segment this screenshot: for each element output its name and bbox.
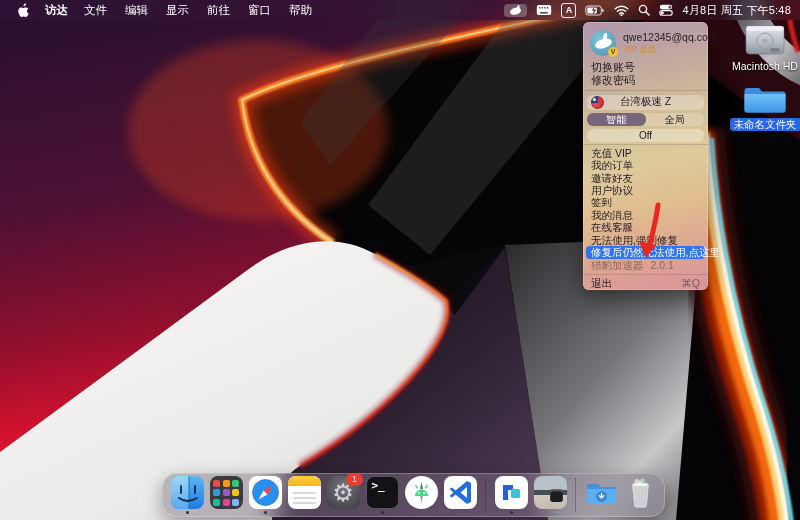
app-version: 2.0.1 bbox=[651, 259, 674, 272]
dock-notes[interactable] bbox=[287, 476, 321, 514]
running-indicator bbox=[186, 511, 189, 514]
search-icon[interactable] bbox=[638, 4, 650, 16]
account-row[interactable]: V qwe12345@qq.com VIP 会员 bbox=[583, 26, 708, 61]
separator bbox=[583, 144, 708, 145]
quit-label: 退出 bbox=[591, 277, 612, 290]
dock-launchpad[interactable] bbox=[209, 476, 243, 514]
menu-view[interactable]: 显示 bbox=[157, 0, 198, 20]
separator bbox=[583, 274, 708, 275]
magnifier-glyph bbox=[638, 4, 650, 16]
vip-badge: VIP 会员 bbox=[623, 44, 717, 55]
vip-avatar-badge: V bbox=[608, 47, 618, 57]
desktop-icon-untitled-folder[interactable]: 未命名文件夹 bbox=[727, 80, 800, 131]
menu-item-change-password[interactable]: 修改密码 bbox=[583, 74, 708, 88]
wifi-icon[interactable] bbox=[614, 5, 629, 16]
server-selector[interactable]: 台湾极速 Z bbox=[587, 95, 704, 110]
menu-edit[interactable]: 编辑 bbox=[116, 0, 157, 20]
dock-android-studio[interactable] bbox=[404, 476, 438, 514]
menu-item-quit[interactable]: 退出 ⌘Q bbox=[583, 277, 708, 290]
menu-bar-clock[interactable]: 4月8日 周五 下午5:48 bbox=[682, 3, 791, 18]
mode-global[interactable]: 全局 bbox=[646, 113, 705, 126]
toggles-glyph bbox=[659, 4, 673, 16]
account-email: qwe12345@qq.com bbox=[623, 31, 717, 44]
menu-bar-left: 访达 文件 编辑 显示 前往 窗口 帮助 bbox=[0, 0, 321, 20]
menu-help[interactable]: 帮助 bbox=[280, 0, 321, 20]
power-toggle-button[interactable]: Off bbox=[587, 129, 704, 142]
wifi-glyph bbox=[614, 5, 629, 16]
dock-separator bbox=[575, 478, 576, 512]
battery-icon[interactable] bbox=[585, 5, 605, 16]
menu-go[interactable]: 前往 bbox=[198, 0, 239, 20]
launchpad-icon bbox=[210, 476, 243, 509]
hard-drive-icon bbox=[742, 22, 788, 58]
photo-preview-icon bbox=[534, 476, 567, 509]
menu-item-check-in[interactable]: 签到 bbox=[583, 196, 708, 208]
vpn-dropdown-menu: V qwe12345@qq.com VIP 会员 切换账号 修改密码 台湾极速 … bbox=[583, 22, 708, 290]
dock-blue-arrows-app[interactable] bbox=[494, 476, 528, 514]
running-indicator bbox=[510, 511, 513, 514]
control-center-icon[interactable] bbox=[659, 4, 673, 16]
app-name: 猎豹加速器 bbox=[591, 259, 644, 272]
desktop-icon-macintosh-hd[interactable]: Macintosh HD bbox=[727, 22, 800, 73]
menu-item-still-broken-highlighted[interactable]: 修复后仍然无法使用,点这里 bbox=[586, 246, 705, 259]
account-texts: qwe12345@qq.com VIP 会员 bbox=[623, 31, 717, 55]
battery-glyph bbox=[585, 5, 605, 16]
menu-item-my-messages[interactable]: 我的消息 bbox=[583, 209, 708, 221]
dock-terminal[interactable]: >_ bbox=[365, 476, 399, 514]
notes-icon bbox=[288, 476, 321, 509]
input-source-icon[interactable] bbox=[536, 4, 552, 16]
finder-icon bbox=[171, 476, 204, 509]
safari-icon bbox=[249, 476, 282, 509]
photo-object bbox=[550, 489, 563, 502]
downloads-folder-icon bbox=[585, 476, 618, 509]
taiwan-flag-icon bbox=[591, 96, 604, 109]
menu-item-my-orders[interactable]: 我的订单 bbox=[583, 159, 708, 171]
menu-file[interactable]: 文件 bbox=[75, 0, 116, 20]
vpn-tray-icon[interactable] bbox=[504, 4, 527, 17]
menu-item-force-repair[interactable]: 无法使用,强制修复 bbox=[583, 234, 708, 246]
running-indicator bbox=[264, 511, 267, 514]
avatar: V bbox=[590, 30, 616, 56]
dock-system-settings[interactable]: 1 ⚙ bbox=[326, 476, 360, 514]
blue-arrows-app-icon bbox=[495, 476, 528, 509]
dock-separator bbox=[485, 478, 486, 512]
desktop-label-macintosh-hd: Macintosh HD bbox=[732, 60, 798, 73]
dock-photo-preview[interactable] bbox=[533, 476, 567, 514]
apple-logo-icon bbox=[17, 3, 30, 18]
menu-item-invite-friends[interactable]: 邀请好友 bbox=[583, 172, 708, 184]
desktop-label-untitled-folder: 未命名文件夹 bbox=[730, 118, 800, 131]
menu-app-name[interactable]: 访达 bbox=[36, 0, 75, 20]
menu-item-recharge-vip[interactable]: 充值 VIP bbox=[583, 147, 708, 159]
dock-vscode[interactable] bbox=[443, 476, 477, 514]
keyboard-icon bbox=[536, 4, 552, 16]
menu-bar-status: A bbox=[504, 3, 800, 18]
mode-smart[interactable]: 智能 bbox=[587, 113, 646, 126]
terminal-icon: >_ bbox=[366, 476, 399, 509]
trash-full-icon bbox=[624, 476, 657, 509]
quit-shortcut: ⌘Q bbox=[681, 277, 700, 290]
menu-window[interactable]: 窗口 bbox=[239, 0, 280, 20]
menu-item-online-support[interactable]: 在线客服 bbox=[583, 221, 708, 233]
input-abc-icon[interactable]: A bbox=[561, 3, 576, 18]
dock-safari[interactable] bbox=[248, 476, 282, 514]
menu-item-user-agreement[interactable]: 用户协议 bbox=[583, 184, 708, 196]
server-name: 台湾极速 Z bbox=[620, 95, 671, 109]
menu-bar: 访达 文件 编辑 显示 前往 窗口 帮助 A bbox=[0, 0, 800, 20]
dock-trash[interactable] bbox=[623, 476, 657, 514]
notification-badge: 1 bbox=[346, 473, 363, 486]
running-indicator bbox=[381, 511, 384, 514]
mode-segmented-control: 智能 全局 bbox=[587, 113, 704, 126]
folder-icon bbox=[743, 80, 787, 116]
android-studio-icon bbox=[405, 476, 438, 509]
dock-finder[interactable] bbox=[170, 476, 204, 514]
dock: 1 ⚙ >_ bbox=[162, 473, 665, 517]
apple-menu[interactable] bbox=[10, 3, 36, 18]
vpn-blob-icon bbox=[508, 5, 523, 16]
dock-downloads-folder[interactable] bbox=[584, 476, 618, 514]
vscode-icon bbox=[444, 476, 477, 509]
app-version-row: 猎豹加速器 2.0.1 bbox=[583, 259, 708, 272]
menu-item-switch-account[interactable]: 切换账号 bbox=[583, 61, 708, 75]
separator bbox=[583, 90, 708, 91]
